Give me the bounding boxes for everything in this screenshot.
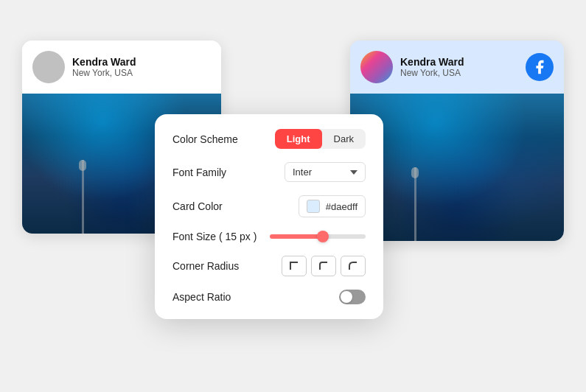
card-front-info: Kendra Ward New York, USA [72,56,136,78]
card-back-info: Kendra Ward New York, USA [400,56,464,78]
card-color-label: Card Color [172,200,223,212]
color-swatch [307,200,320,213]
chevron-down-icon [350,170,357,175]
corner-medium-button[interactable] [311,256,336,276]
font-family-select[interactable]: Inter [285,162,366,182]
card-color-picker[interactable]: #daedff [299,195,366,217]
color-scheme-toggle[interactable]: Light Dark [275,129,366,149]
card-front-mic-stand [82,160,84,234]
color-scheme-row: Color Scheme Light Dark [172,129,366,149]
corner-rounded-button[interactable] [341,256,366,276]
font-family-value: Inter [293,167,312,178]
card-color-row: Card Color #daedff [172,195,366,217]
corner-sharp-button[interactable] [282,256,307,276]
aspect-ratio-label: Aspect Ratio [172,291,231,303]
avatar-gradient [360,51,393,83]
font-family-label: Font Family [172,167,226,178]
facebook-icon [526,53,554,81]
corner-radius-label: Corner Radius [172,260,239,272]
card-back-name: Kendra Ward [400,56,464,68]
card-front-name: Kendra Ward [72,56,136,68]
card-front-header: Kendra Ward New York, USA [22,41,221,94]
avatar-gray [32,51,65,83]
card-front-location: New York, USA [72,68,136,78]
mic-stand [414,167,416,241]
font-family-row: Font Family Inter [172,162,366,182]
toggle-knob [341,291,352,303]
light-button[interactable]: Light [275,129,322,149]
dark-button[interactable]: Dark [322,129,366,149]
aspect-ratio-row: Aspect Ratio [172,290,366,304]
card-back-location: New York, USA [400,68,464,78]
card-back-header: Kendra Ward New York, USA [350,41,564,94]
scene: Kendra Ward New York, USA Kendra Ward Ne… [0,0,586,392]
color-scheme-label: Color Scheme [172,133,238,145]
card-color-value: #daedff [326,201,357,212]
slider-thumb[interactable] [317,231,329,242]
font-size-slider-container[interactable] [270,234,366,239]
font-size-row: Font Size ( 15 px ) [172,231,366,242]
slider-track[interactable] [270,234,366,239]
corner-radius-options [282,256,366,276]
aspect-ratio-toggle[interactable] [339,290,366,304]
settings-panel: Color Scheme Light Dark Font Family Inte… [155,114,383,319]
font-size-label: Font Size ( 15 px ) [172,231,257,242]
corner-radius-row: Corner Radius [172,256,366,276]
